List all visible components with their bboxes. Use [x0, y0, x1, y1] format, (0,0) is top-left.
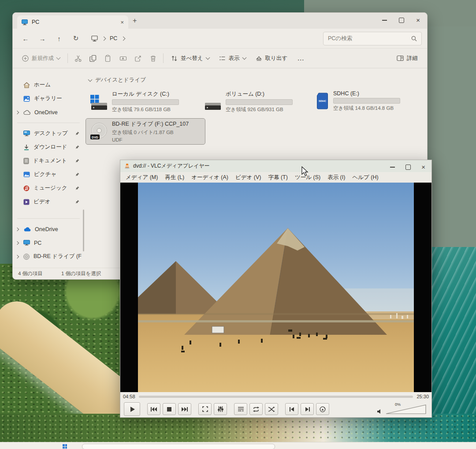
close-button[interactable]: × [421, 164, 425, 170]
menu-view[interactable]: 表示 (I) [324, 174, 349, 181]
menu-playback[interactable]: 再生 (L) [161, 174, 188, 181]
seek-bar[interactable] [139, 396, 413, 398]
sidebar-item-onedrive[interactable]: OneDrive [13, 222, 84, 236]
next-button[interactable] [178, 403, 191, 415]
sidebar-item-onedrive-top[interactable]: OneDrive [13, 105, 84, 119]
vlc-window-title: dvd:// - VLCメディアプレイヤー [133, 162, 210, 170]
chevron-right-icon [15, 254, 19, 258]
music-icon [23, 185, 30, 191]
sidebar-item-gallery[interactable]: ギャラリー [13, 92, 84, 105]
stop-button[interactable] [163, 403, 176, 415]
refresh-icon[interactable]: ↻ [68, 34, 83, 42]
eject-button[interactable]: 取り出す [252, 51, 292, 65]
vlc-video-area[interactable] [120, 183, 431, 392]
desktop-icon [23, 131, 30, 136]
new-button[interactable]: 新規作成 [18, 51, 64, 65]
breadcrumb[interactable]: PC [91, 35, 125, 41]
maximize-button[interactable] [405, 165, 411, 170]
copy-icon[interactable] [86, 51, 100, 65]
forward-icon[interactable]: → [35, 35, 50, 42]
shuffle-button[interactable] [265, 403, 278, 415]
menu-audio[interactable]: オーディオ (A) [188, 174, 232, 181]
details-button[interactable]: 詳細 [393, 51, 422, 65]
plus-circle-icon [22, 55, 29, 62]
chevron-right-icon [15, 227, 19, 231]
menu-video[interactable]: ビデオ (V) [232, 174, 265, 181]
drive-f-tile-selected[interactable]: DVD BD-RE ドライブ (F:) CCP_107 空き領域 0 バイト/1… [86, 119, 205, 144]
vlc-title-bar[interactable]: dvd:// - VLCメディアプレイヤー × [120, 160, 431, 172]
delete-icon[interactable] [146, 51, 160, 65]
dvd-icon-badge: DVD [92, 136, 98, 139]
paste-icon[interactable] [101, 51, 115, 65]
sidebar-item-label: デスクトップ [34, 130, 68, 137]
taskbar-search-box[interactable] [82, 444, 275, 449]
tab-close-icon[interactable]: × [120, 19, 124, 26]
sidebar-item-pc[interactable]: PC [13, 236, 84, 250]
maximize-button[interactable] [399, 18, 404, 23]
sidebar-item-desktop[interactable]: デスクトップ [13, 127, 84, 140]
menu-help[interactable]: ヘルプ (H) [349, 174, 382, 181]
sidebar-item-label: ピクチャ [34, 171, 56, 178]
previous-button[interactable] [147, 403, 160, 415]
drive-d-tile[interactable]: ボリューム (D:) 空き領域 926 GB/931 GB [200, 89, 318, 115]
pictures-icon [23, 172, 30, 177]
section-header-devices[interactable]: デバイスとドライブ [89, 76, 146, 84]
sidebar-item-home[interactable]: ホーム [13, 78, 84, 92]
video-frame-pyramids [138, 183, 414, 392]
close-button[interactable]: × [416, 17, 420, 23]
search-icon[interactable] [411, 36, 417, 41]
share-icon[interactable] [131, 51, 145, 65]
view-button[interactable]: 表示 [215, 51, 250, 65]
rename-icon[interactable] [116, 51, 130, 65]
windows-start-icon[interactable] [63, 444, 67, 449]
menu-media[interactable]: メディア (M) [122, 174, 161, 181]
sidebar-item-pictures[interactable]: ピクチャ [13, 168, 84, 181]
search-input[interactable]: PCの検索 [323, 32, 422, 45]
more-button[interactable]: … [293, 51, 309, 65]
fullscreen-button[interactable] [198, 403, 212, 415]
volume-control[interactable]: 0% [377, 404, 428, 414]
vlc-cone-icon [124, 163, 130, 169]
explorer-tab-pc[interactable]: PC × [17, 15, 128, 29]
gallery-icon [23, 96, 30, 102]
minimize-button[interactable] [390, 167, 395, 168]
pin-icon [75, 145, 80, 150]
sidebar-item-downloads[interactable]: ダウンロード [13, 140, 84, 154]
status-item-count: 4 個の項目 [18, 270, 43, 277]
new-tab-button[interactable]: + [133, 17, 137, 25]
up-icon[interactable]: ↑ [52, 35, 67, 42]
explorer-navigation-bar: ← → ↑ ↻ PC PCの検索 [13, 29, 427, 48]
chevron-down-icon [88, 77, 93, 82]
skip-forward-button[interactable] [301, 403, 314, 415]
speaker-muted-icon[interactable] [377, 409, 383, 414]
skip-back-button[interactable] [285, 403, 298, 415]
volume-percent-label: 0% [395, 402, 401, 407]
extended-settings-button[interactable] [214, 403, 227, 415]
sidebar-item-documents[interactable]: ドキュメント [13, 154, 84, 168]
drive-c-tile[interactable]: ローカル ディスク (C:) 空き領域 79.6 GB/118 GB [86, 89, 204, 115]
cut-icon[interactable] [71, 51, 85, 65]
new-button-label: 新規作成 [32, 55, 54, 62]
breadcrumb-pc[interactable]: PC [110, 35, 117, 41]
sidebar-item-music[interactable]: ミュージック [13, 181, 84, 195]
playlist-button[interactable] [234, 403, 247, 415]
minimize-button[interactable] [382, 20, 387, 21]
search-placeholder: PCの検索 [328, 35, 352, 42]
drive-e-tile[interactable]: SDHC SDHC (E:) 空き領域 14.8 GB/14.8 GB [312, 89, 425, 113]
sidebar-item-videos[interactable]: ビデオ [13, 195, 84, 209]
back-icon[interactable]: ← [18, 35, 33, 42]
chevron-right-icon [15, 110, 19, 114]
loop-button[interactable] [249, 403, 263, 415]
play-button[interactable] [124, 402, 140, 416]
volume-slider[interactable] [386, 404, 426, 414]
sidebar-item-bdre-drive[interactable]: BD-RE ドライブ (F [13, 250, 84, 263]
taskbar[interactable] [0, 442, 476, 449]
download-icon [23, 144, 30, 150]
sort-button[interactable]: 並べ替え [167, 51, 213, 65]
dvd-menu-button[interactable] [316, 403, 329, 415]
mouse-cursor [301, 166, 309, 179]
view-button-label: 表示 [229, 55, 240, 62]
onedrive-icon [23, 227, 31, 232]
vlc-control-bar: 0% [120, 401, 431, 417]
menu-subtitle[interactable]: 字幕 (T) [264, 174, 291, 181]
